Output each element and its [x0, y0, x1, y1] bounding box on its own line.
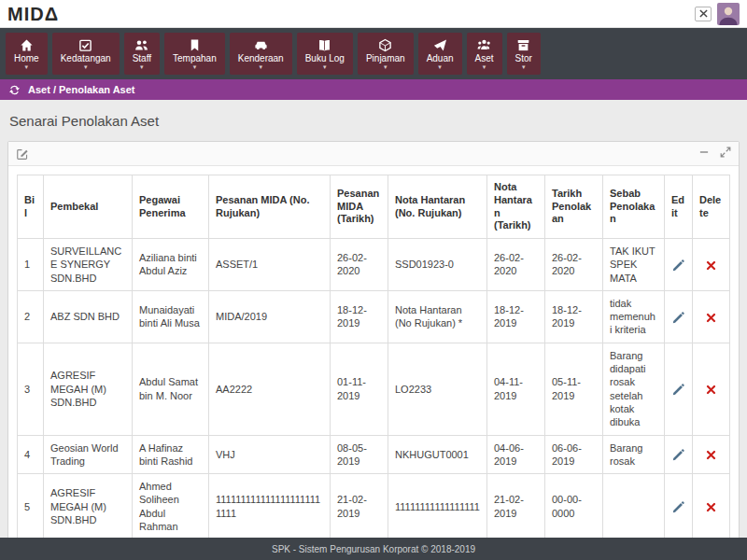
nav-item-kedatangan[interactable]: Kedatangan▾ — [52, 33, 120, 75]
nav-item-aduan[interactable]: Aduan▾ — [418, 33, 462, 75]
nav-item-home[interactable]: Home▾ — [6, 33, 48, 75]
breadcrumb-text: Aset / Penolakan Aset — [28, 84, 135, 95]
column-header: Pesanan MIDA (No. Rujukan) — [209, 175, 331, 239]
page-title: Senarai Penolakan Aset — [9, 113, 738, 129]
delete-icon[interactable] — [706, 450, 716, 460]
cell-pegawai-penerima: Ahmed Soliheen Abdul Rahman — [133, 474, 209, 538]
user-avatar[interactable] — [717, 3, 740, 25]
chevron-down-icon: ▾ — [438, 63, 442, 70]
pencil-icon[interactable] — [672, 312, 684, 324]
table-row: 1SURVEILLANCE SYNERGY SDN.BHDAziliana bi… — [18, 239, 730, 291]
close-button[interactable] — [695, 7, 712, 21]
nav-item-pinjaman[interactable]: Pinjaman▾ — [358, 33, 414, 75]
cell-sebab-penolakan: TAK IKUT SPEK MATA — [603, 239, 665, 291]
chevron-down-icon: ▾ — [25, 63, 29, 70]
cell-delete — [693, 474, 730, 538]
mida-logo: MIDΔ — [7, 5, 59, 23]
cell-bil: 2 — [18, 290, 44, 343]
expand-button[interactable] — [720, 147, 731, 161]
cell-pembekal: ABZ SDN BHD — [44, 290, 133, 343]
column-header: Pembekal — [44, 175, 133, 239]
nav-item-buku-log[interactable]: Buku Log▾ — [297, 33, 353, 75]
collapse-button[interactable] — [698, 147, 710, 161]
nav-item-label: Kedatangan — [61, 54, 111, 64]
delete-icon[interactable] — [706, 385, 716, 395]
car-icon — [254, 38, 268, 52]
column-header: Bil — [18, 175, 44, 239]
cell-tarikh-penolakan: 06-06-2019 — [545, 435, 603, 474]
panel-header — [8, 142, 739, 166]
send-icon — [433, 38, 447, 52]
cell-pembekal: Geosian World Trading — [44, 435, 133, 474]
cell-edit — [665, 474, 693, 538]
nav-item-label: Staff — [133, 54, 151, 64]
cell-tarikh-penolakan: 26-02-2020 — [545, 239, 603, 291]
cell-pesanan-tarikh: 08-05-2019 — [331, 435, 388, 474]
home-icon — [20, 38, 34, 52]
chevron-down-icon: ▾ — [384, 63, 388, 70]
close-icon — [699, 9, 708, 18]
cell-nota-tarikh: 04-06-2019 — [487, 435, 545, 474]
cell-pesanan-no-rujukan: AA2222 — [209, 343, 331, 435]
app-window: MIDΔ Home▾Kedatangan▾Staff▾Tempahan▾Kend… — [0, 0, 747, 560]
delete-icon[interactable] — [706, 313, 716, 323]
chevron-down-icon: ▾ — [483, 63, 486, 70]
table-header-row: BilPembekalPegawai PenerimaPesanan MIDA … — [18, 175, 730, 239]
edit-note-icon[interactable] — [16, 147, 29, 161]
book-icon — [317, 38, 331, 52]
cell-pegawai-penerima: Munaidayati binti Ali Musa — [133, 290, 209, 343]
delete-icon[interactable] — [706, 260, 716, 271]
cell-nota-no-rujukan: Nota Hantaran (No Rujukan) * — [388, 290, 487, 343]
cell-pembekal: AGRESIF MEGAH (M) SDN.BHD — [44, 343, 133, 435]
sync-icon[interactable] — [8, 84, 21, 96]
table-row: 2ABZ SDN BHDMunaidayati binti Ali MusaMI… — [18, 290, 730, 343]
nav-item-label: Buku Log — [305, 54, 345, 64]
assets-icon — [477, 38, 491, 52]
cell-nota-no-rujukan: 11111111111111111 — [388, 474, 487, 538]
chevron-down-icon: ▾ — [522, 63, 526, 70]
nav-item-aset[interactable]: Aset▾ — [467, 33, 502, 75]
cell-nota-tarikh: 21-02-2019 — [487, 474, 545, 538]
cell-pesanan-no-rujukan: ASSET/1 — [209, 239, 331, 291]
column-header: Sebab Penolakan — [603, 175, 665, 239]
bookmark-icon — [188, 38, 202, 52]
cell-edit — [665, 290, 693, 343]
column-header: Nota Hantaran (No. Rujukan) — [388, 175, 487, 239]
table-row: 5AGRESIF MEGAH (M) SDN.BHDAhmed Soliheen… — [18, 474, 730, 538]
main-content: Senarai Penolakan Aset BilPembekalPegawa… — [0, 100, 747, 538]
pencil-icon[interactable] — [672, 449, 684, 461]
cell-pesanan-no-rujukan: 1111111111111111111111111 — [209, 474, 331, 538]
rejection-table: BilPembekalPegawai PenerimaPesanan MIDA … — [17, 175, 730, 538]
cell-edit — [665, 239, 693, 291]
pencil-icon[interactable] — [672, 259, 684, 272]
nav-item-stor[interactable]: Stor▾ — [507, 33, 541, 75]
cell-delete — [693, 239, 730, 291]
nav-item-label: Aset — [475, 54, 494, 64]
cell-pesanan-tarikh: 01-11-2019 — [331, 343, 388, 435]
chevron-down-icon: ▾ — [323, 63, 327, 70]
cell-delete — [693, 290, 730, 343]
cell-delete — [693, 435, 730, 474]
nav-item-kenderaan[interactable]: Kenderaan▾ — [230, 33, 292, 75]
table-row: 4Geosian World TradingA Hafinaz binti Ra… — [18, 435, 730, 474]
nav-item-tempahan[interactable]: Tempahan▾ — [164, 33, 225, 75]
pencil-icon[interactable] — [672, 501, 684, 513]
cell-edit — [665, 343, 693, 435]
cell-sebab-penolakan: Barang rosak — [603, 435, 665, 474]
column-header: Edit — [665, 175, 693, 239]
cell-edit — [665, 435, 693, 474]
store-icon — [516, 38, 530, 52]
delete-icon[interactable] — [706, 502, 716, 512]
nav-item-staff[interactable]: Staff▾ — [124, 33, 160, 75]
column-header: Tarikh Penolakan — [545, 175, 603, 239]
cell-nota-tarikh: 04-11-2019 — [487, 343, 545, 435]
column-header: Nota Hantaran (Tarikh) — [487, 175, 545, 239]
box-icon — [378, 38, 392, 52]
cell-bil: 4 — [18, 435, 44, 474]
table-row: 3AGRESIF MEGAH (M) SDN.BHDAbdul Samat bi… — [18, 343, 730, 435]
cell-nota-no-rujukan: NKHUGUT0001 — [388, 435, 487, 474]
nav-item-label: Aduan — [427, 54, 454, 64]
pencil-icon[interactable] — [672, 384, 684, 396]
cell-sebab-penolakan — [603, 474, 665, 538]
expand-icon — [720, 147, 731, 161]
